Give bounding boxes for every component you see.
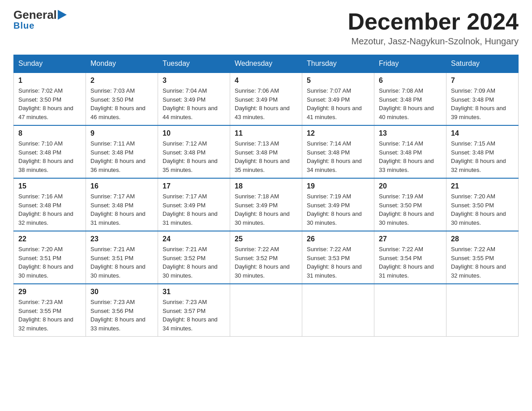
day-number: 25 [235,235,297,243]
day-info: Sunrise: 7:18 AMSunset: 3:49 PMDaylight:… [235,192,297,227]
table-row: 30Sunrise: 7:23 AMSunset: 3:56 PMDayligh… [86,284,158,337]
calendar-week-row: 1Sunrise: 7:02 AMSunset: 3:50 PMDaylight… [14,73,519,125]
day-number: 19 [307,182,369,190]
day-number: 8 [18,129,81,137]
day-info: Sunrise: 7:20 AMSunset: 3:50 PMDaylight:… [451,192,514,227]
table-row: 18Sunrise: 7:18 AMSunset: 3:49 PMDayligh… [230,178,302,231]
day-info: Sunrise: 7:07 AMSunset: 3:49 PMDaylight:… [307,86,369,121]
day-number: 24 [163,235,225,243]
page-header: General Blue December 2024 Mezotur, Jasz… [13,9,519,47]
day-info: Sunrise: 7:14 AMSunset: 3:48 PMDaylight:… [379,139,442,174]
day-info: Sunrise: 7:21 AMSunset: 3:52 PMDaylight:… [163,245,225,280]
calendar-week-row: 29Sunrise: 7:23 AMSunset: 3:55 PMDayligh… [14,284,519,337]
day-info: Sunrise: 7:21 AMSunset: 3:51 PMDaylight:… [90,245,153,280]
day-number: 1 [18,77,81,85]
table-row: 24Sunrise: 7:21 AMSunset: 3:52 PMDayligh… [158,231,230,284]
day-info: Sunrise: 7:15 AMSunset: 3:48 PMDaylight:… [451,139,514,174]
day-info: Sunrise: 7:17 AMSunset: 3:49 PMDaylight:… [163,192,225,227]
day-number: 28 [451,235,514,243]
table-row: 3Sunrise: 7:04 AMSunset: 3:49 PMDaylight… [158,73,230,125]
day-info: Sunrise: 7:16 AMSunset: 3:48 PMDaylight:… [18,192,81,227]
day-info: Sunrise: 7:23 AMSunset: 3:56 PMDaylight:… [90,298,153,333]
table-row: 23Sunrise: 7:21 AMSunset: 3:51 PMDayligh… [86,231,158,284]
table-row: 17Sunrise: 7:17 AMSunset: 3:49 PMDayligh… [158,178,230,231]
table-row: 1Sunrise: 7:02 AMSunset: 3:50 PMDaylight… [14,73,86,125]
col-sunday: Sunday [14,55,86,73]
table-row: 7Sunrise: 7:09 AMSunset: 3:48 PMDaylight… [446,73,519,125]
table-row [302,284,374,337]
table-row: 22Sunrise: 7:20 AMSunset: 3:51 PMDayligh… [14,231,86,284]
col-saturday: Saturday [446,55,519,73]
day-info: Sunrise: 7:19 AMSunset: 3:50 PMDaylight:… [379,192,442,227]
table-row: 12Sunrise: 7:14 AMSunset: 3:48 PMDayligh… [302,125,374,178]
table-row: 6Sunrise: 7:08 AMSunset: 3:48 PMDaylight… [374,73,446,125]
day-info: Sunrise: 7:13 AMSunset: 3:48 PMDaylight:… [235,139,297,174]
calendar-week-row: 8Sunrise: 7:10 AMSunset: 3:48 PMDaylight… [14,125,519,178]
day-number: 21 [451,182,514,190]
svg-marker-0 [58,10,67,20]
table-row: 2Sunrise: 7:03 AMSunset: 3:50 PMDaylight… [86,73,158,125]
day-info: Sunrise: 7:11 AMSunset: 3:48 PMDaylight:… [90,139,153,174]
day-info: Sunrise: 7:22 AMSunset: 3:52 PMDaylight:… [235,245,297,280]
day-number: 17 [163,182,225,190]
day-number: 27 [379,235,442,243]
day-info: Sunrise: 7:04 AMSunset: 3:49 PMDaylight:… [163,86,225,121]
calendar-header-row: Sunday Monday Tuesday Wednesday Thursday… [14,55,519,73]
col-monday: Monday [86,55,158,73]
day-info: Sunrise: 7:10 AMSunset: 3:48 PMDaylight:… [18,139,81,174]
day-number: 20 [379,182,442,190]
day-info: Sunrise: 7:06 AMSunset: 3:49 PMDaylight:… [235,86,297,121]
day-number: 6 [379,77,442,85]
table-row [446,284,519,337]
day-number: 4 [235,77,297,85]
title-block: December 2024 Mezotur, Jasz-Nagykun-Szol… [348,9,519,47]
day-number: 3 [163,77,225,85]
day-info: Sunrise: 7:09 AMSunset: 3:48 PMDaylight:… [451,86,514,121]
table-row: 31Sunrise: 7:23 AMSunset: 3:57 PMDayligh… [158,284,230,337]
table-row: 21Sunrise: 7:20 AMSunset: 3:50 PMDayligh… [446,178,519,231]
calendar-table: Sunday Monday Tuesday Wednesday Thursday… [13,55,519,337]
logo-arrow-icon [58,10,67,20]
table-row: 13Sunrise: 7:14 AMSunset: 3:48 PMDayligh… [374,125,446,178]
day-info: Sunrise: 7:17 AMSunset: 3:48 PMDaylight:… [90,192,153,227]
day-info: Sunrise: 7:22 AMSunset: 3:54 PMDaylight:… [379,245,442,280]
col-tuesday: Tuesday [158,55,230,73]
day-info: Sunrise: 7:23 AMSunset: 3:55 PMDaylight:… [18,298,81,333]
day-number: 18 [235,182,297,190]
day-number: 13 [379,129,442,137]
table-row: 29Sunrise: 7:23 AMSunset: 3:55 PMDayligh… [14,284,86,337]
day-number: 26 [307,235,369,243]
table-row: 4Sunrise: 7:06 AMSunset: 3:49 PMDaylight… [230,73,302,125]
calendar-week-row: 22Sunrise: 7:20 AMSunset: 3:51 PMDayligh… [14,231,519,284]
day-info: Sunrise: 7:19 AMSunset: 3:49 PMDaylight:… [307,192,369,227]
location: Mezotur, Jasz-Nagykun-Szolnok, Hungary [348,36,519,47]
day-info: Sunrise: 7:12 AMSunset: 3:48 PMDaylight:… [163,139,225,174]
logo: General Blue [13,9,67,31]
day-number: 16 [90,182,153,190]
day-info: Sunrise: 7:03 AMSunset: 3:50 PMDaylight:… [90,86,153,121]
month-title: December 2024 [348,9,519,34]
table-row: 26Sunrise: 7:22 AMSunset: 3:53 PMDayligh… [302,231,374,284]
day-number: 29 [18,288,81,296]
day-info: Sunrise: 7:14 AMSunset: 3:48 PMDaylight:… [307,139,369,174]
day-number: 22 [18,235,81,243]
day-number: 31 [163,288,225,296]
day-number: 30 [90,288,153,296]
day-number: 12 [307,129,369,137]
day-number: 10 [163,129,225,137]
day-number: 9 [90,129,153,137]
table-row: 10Sunrise: 7:12 AMSunset: 3:48 PMDayligh… [158,125,230,178]
day-info: Sunrise: 7:02 AMSunset: 3:50 PMDaylight:… [18,86,81,121]
day-number: 2 [90,77,153,85]
table-row: 27Sunrise: 7:22 AMSunset: 3:54 PMDayligh… [374,231,446,284]
table-row: 28Sunrise: 7:22 AMSunset: 3:55 PMDayligh… [446,231,519,284]
col-wednesday: Wednesday [230,55,302,73]
table-row: 5Sunrise: 7:07 AMSunset: 3:49 PMDaylight… [302,73,374,125]
day-info: Sunrise: 7:20 AMSunset: 3:51 PMDaylight:… [18,245,81,280]
table-row: 19Sunrise: 7:19 AMSunset: 3:49 PMDayligh… [302,178,374,231]
table-row: 14Sunrise: 7:15 AMSunset: 3:48 PMDayligh… [446,125,519,178]
table-row [374,284,446,337]
day-number: 14 [451,129,514,137]
day-number: 11 [235,129,297,137]
table-row [230,284,302,337]
